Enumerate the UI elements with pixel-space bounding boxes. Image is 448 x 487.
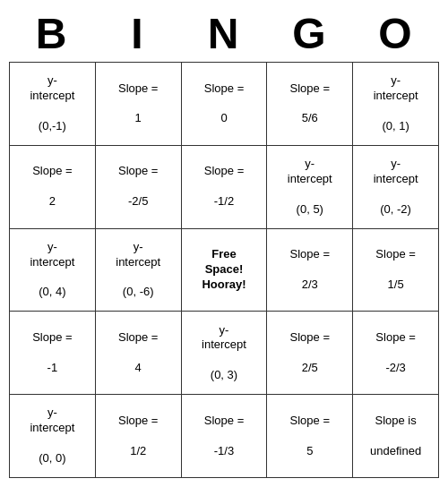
free-space-label: FreeSpace!Hooray! <box>202 247 246 291</box>
table-row: y-intercept(0, 1) <box>353 63 439 146</box>
title-n: N <box>188 9 260 58</box>
table-row: Slope =0 <box>181 63 267 146</box>
table-row: y-intercept(0, -2) <box>353 145 439 228</box>
table-row: Slope =1 <box>95 63 181 146</box>
table-row: Slope isundefined <box>353 395 439 478</box>
table-row: FreeSpace!Hooray! <box>181 228 267 312</box>
table-row: Slope =2 <box>10 145 96 228</box>
table-row: Slope =4 <box>95 312 181 395</box>
table-row: Slope =-2/3 <box>353 312 439 395</box>
table-row: y-intercept(0, 4) <box>10 228 96 312</box>
table-row: Slope =1/5 <box>353 228 439 312</box>
table-row: y-intercept(0,-1) <box>10 63 96 146</box>
bingo-grid: y-intercept(0,-1)Slope =1Slope =0Slope =… <box>9 62 439 478</box>
title-o: O <box>360 9 432 58</box>
title-b: B <box>16 9 88 58</box>
table-row: Slope =1/2 <box>95 395 181 478</box>
title-i: I <box>102 9 174 58</box>
table-row: Slope =-1/2 <box>181 145 267 228</box>
table-row: Slope =-2/5 <box>95 145 181 228</box>
table-row: y-intercept(0, 3) <box>181 312 267 395</box>
table-row: Slope =2/5 <box>267 312 353 395</box>
bingo-title: B I N G O <box>9 9 439 58</box>
table-row: Slope =2/3 <box>267 228 353 312</box>
table-row: Slope =-1/3 <box>181 395 267 478</box>
title-g: G <box>274 9 346 58</box>
table-row: y-intercept(0, 5) <box>267 145 353 228</box>
table-row: y-intercept(0, 0) <box>10 395 96 478</box>
table-row: Slope =-1 <box>10 312 96 395</box>
table-row: Slope =5/6 <box>267 63 353 146</box>
table-row: y-intercept(0, -6) <box>95 228 181 312</box>
table-row: Slope =5 <box>267 395 353 478</box>
